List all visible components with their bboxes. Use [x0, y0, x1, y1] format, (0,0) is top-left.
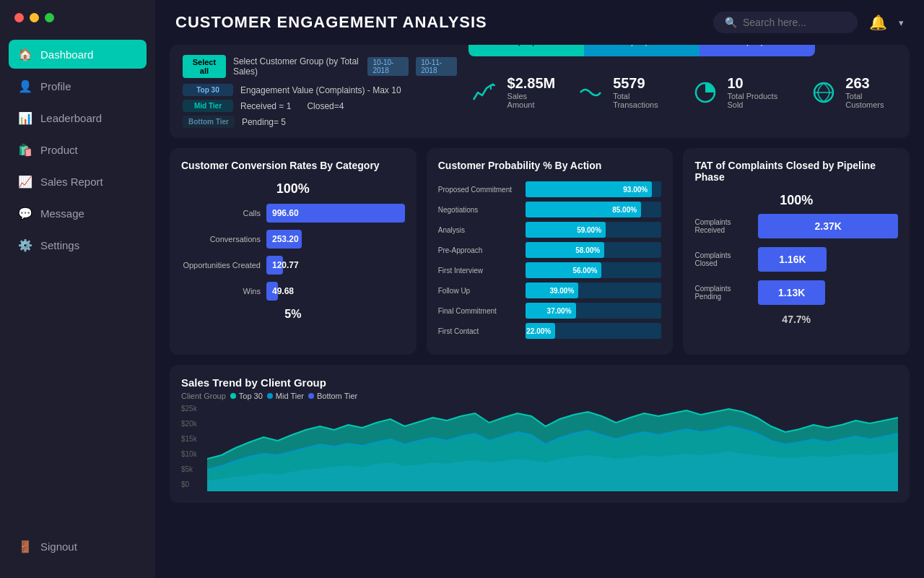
sidebar-bottom: 🚪 Signout [0, 522, 155, 578]
pending-label: Pending= 5 [242, 117, 286, 127]
tier-bottom-value: $15,03,603 [501, 45, 552, 46]
prob-bar-track: 58.00% [526, 242, 662, 258]
sidebar-item-dashboard[interactable]: 🏠 Dashboard [9, 40, 147, 69]
sidebar-item-settings[interactable]: ⚙️ Settings [9, 230, 147, 259]
traffic-light-green[interactable] [45, 13, 54, 22]
tier-summary: Bottom Tier $15,03,603 Mid Tier $8,76,06… [468, 45, 815, 56]
sidebar-item-sales-report[interactable]: 📈 Sales Report [9, 167, 147, 196]
tat-chart-title: TAT of Complaints Closed by Pipeline Pha… [694, 160, 898, 183]
conv-bar-fill: 996.60 [266, 204, 405, 223]
tat-bottom-pct: 47.7% [694, 314, 898, 325]
tat-bar-row: Complaints Received 2.37K [694, 214, 898, 238]
prob-bar-row: Negotiations 85.00% [438, 202, 662, 217]
leaderboard-icon: 📊 [19, 111, 32, 124]
conversion-top-pct: 100% [181, 181, 405, 197]
dashboard-content: Select all Select Customer Group (by Tot… [155, 45, 924, 578]
prob-bar-fill: 39.00% [526, 282, 579, 298]
tat-bar-row: Complaints Pending 1.13K [694, 280, 898, 305]
conv-bar-label: Wins [181, 287, 261, 296]
prob-bar-row: Final Commitment 37.00% [438, 303, 662, 319]
filter-section: Select all Select Customer Group (by Tot… [183, 55, 457, 128]
customers-icon [810, 77, 837, 108]
stat-transactions: 5579 Total Transactions [578, 75, 670, 109]
prob-bar-label: Negotiations [438, 206, 521, 214]
stat-sales: $2.85M Sales Amount [468, 75, 556, 109]
tat-bars: Complaints Received 2.37K Complaints Clo… [694, 214, 898, 305]
legend-bottomtier: Bottom Tier [308, 392, 357, 400]
profile-icon: 👤 [19, 79, 32, 92]
tat-bar-fill: 2.37K [758, 214, 898, 238]
legend-dot-midtier [267, 393, 273, 399]
area-chart-svg [207, 405, 898, 491]
stat-info-sales: $2.85M Sales Amount [507, 75, 556, 109]
stat-info-customers: 263 Total Customers [845, 75, 897, 109]
midtier-badge: Mid Tier [183, 100, 233, 112]
tat-bar-label: Complaints Closed [694, 251, 752, 267]
search-icon: 🔍 [725, 17, 737, 28]
sidebar-item-profile[interactable]: 👤 Profile [9, 72, 147, 100]
prob-bar-fill: 58.00% [526, 242, 604, 258]
probability-bars: Proposed Commitment 93.00% Negotiations … [438, 181, 662, 339]
header-right: 🔍 🔔 ▾ [713, 12, 904, 33]
tat-bar-label: Complaints Received [694, 218, 752, 234]
closed-label: Closed=4 [307, 101, 344, 111]
search-box[interactable]: 🔍 [713, 12, 858, 33]
conversion-bottom-pct: 5% [181, 308, 405, 321]
settings-icon: ⚙️ [19, 238, 32, 251]
search-input[interactable] [743, 17, 846, 28]
prob-bar-fill: 56.00% [526, 262, 602, 278]
prob-bar-track: 85.00% [526, 202, 662, 217]
sidebar-item-label: Message [40, 207, 84, 220]
prob-bar-label: Proposed Commitment [438, 186, 521, 194]
top-card: Select all Select Customer Group (by Tot… [170, 45, 910, 138]
sales-trend-card: Sales Trend by Client Group Client Group… [170, 365, 910, 503]
prob-bar-label: Final Commitment [438, 307, 521, 315]
page-title: CUSTOMER ENGAGEMENT ANALYSIS [175, 13, 487, 32]
products-icon [692, 77, 718, 108]
stat-info-products: 10 Total Products Sold [727, 75, 788, 109]
legend-dot-top30 [230, 393, 236, 399]
conv-bar-label: Calls [181, 209, 261, 217]
transactions-value: 5579 [613, 75, 670, 92]
engagement-label: Engagement Value (Complaints) - Max 10 [240, 85, 401, 95]
sidebar-item-message[interactable]: 💬 Message [9, 199, 147, 228]
stat-customers: 263 Total Customers [810, 75, 897, 109]
sidebar-item-label: Sales Report [40, 176, 103, 188]
conv-bar-row: Wins 49.68 [181, 282, 405, 301]
filter-row1: Select all Select Customer Group (by Tot… [183, 55, 457, 78]
tier-mid-value: $8,76,065 [619, 45, 664, 46]
tag1: 10-10-2018 [367, 57, 409, 76]
tat-bar-track: 1.16K [758, 247, 898, 272]
conv-bar-row: Opportunities Created 120.77 [181, 256, 405, 275]
sidebar-item-label: Settings [40, 239, 79, 251]
header: CUSTOMER ENGAGEMENT ANALYSIS 🔍 🔔 ▾ [155, 0, 924, 45]
select-all-button[interactable]: Select all [183, 55, 226, 78]
sales-label: Sales Amount [507, 92, 556, 109]
traffic-light-red[interactable] [14, 13, 24, 22]
filter-bottomtier: Bottom Tier Pending= 5 [183, 116, 457, 128]
conv-bar-row: Calls 996.60 [181, 204, 405, 223]
conv-bar-track: 996.60 [266, 204, 405, 223]
prob-bar-track: 59.00% [526, 222, 662, 238]
notification-icon[interactable]: 🔔 [869, 14, 887, 31]
prob-bar-label: First Contact [438, 327, 521, 335]
conversion-chart-title: Customer Conversion Rates By Category [181, 160, 405, 171]
sales-trend-title: Sales Trend by Client Group [181, 376, 326, 389]
sidebar-item-leaderboard[interactable]: 📊 Leaderboard [9, 103, 147, 132]
sales-trend-chart: $25k $20k $15k $10k $5k $0 [181, 405, 898, 491]
conv-bar-fill: 253.20 [266, 230, 302, 249]
conv-bar-track: 49.68 [266, 282, 405, 301]
conv-bar-row: Conversations 253.20 [181, 230, 405, 249]
sidebar-item-product[interactable]: 🛍️ Product [9, 135, 147, 164]
probability-chart-title: Customer Probability % By Action [438, 160, 662, 171]
tat-chart-card: TAT of Complaints Closed by Pipeline Pha… [683, 148, 910, 355]
bottomtier-badge: Bottom Tier [183, 116, 235, 128]
tat-bar-fill: 1.16K [758, 247, 827, 272]
chevron-down-icon[interactable]: ▾ [899, 17, 904, 28]
prob-bar-track: 22.00% [526, 323, 662, 339]
customers-label: Total Customers [845, 92, 897, 109]
sidebar-item-signout[interactable]: 🚪 Signout [9, 532, 147, 561]
conversion-chart-card: Customer Conversion Rates By Category 10… [170, 148, 417, 355]
traffic-light-yellow[interactable] [30, 13, 39, 22]
stats-section: Bottom Tier $15,03,603 Mid Tier $8,76,06… [468, 55, 897, 128]
